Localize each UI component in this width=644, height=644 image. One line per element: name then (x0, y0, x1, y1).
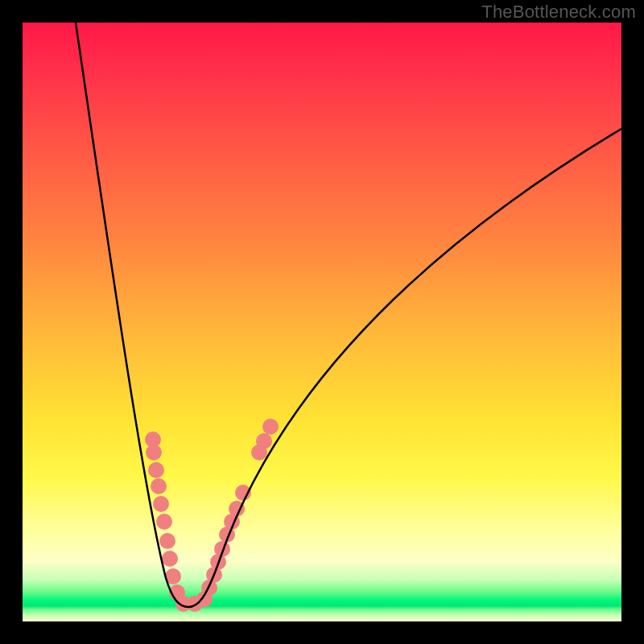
sample-point (146, 444, 162, 460)
sample-point (148, 462, 164, 478)
plot-area (23, 23, 621, 621)
sample-point (256, 433, 272, 449)
watermark-text: TheBottleneck.com (481, 2, 636, 23)
curve-layer (23, 23, 621, 621)
sample-point (156, 514, 172, 530)
sample-point (151, 478, 167, 494)
sample-point (162, 551, 178, 567)
sample-point (153, 496, 169, 512)
sample-point (262, 419, 279, 435)
sample-point (159, 533, 175, 549)
chart-frame: TheBottleneck.com (0, 0, 644, 644)
